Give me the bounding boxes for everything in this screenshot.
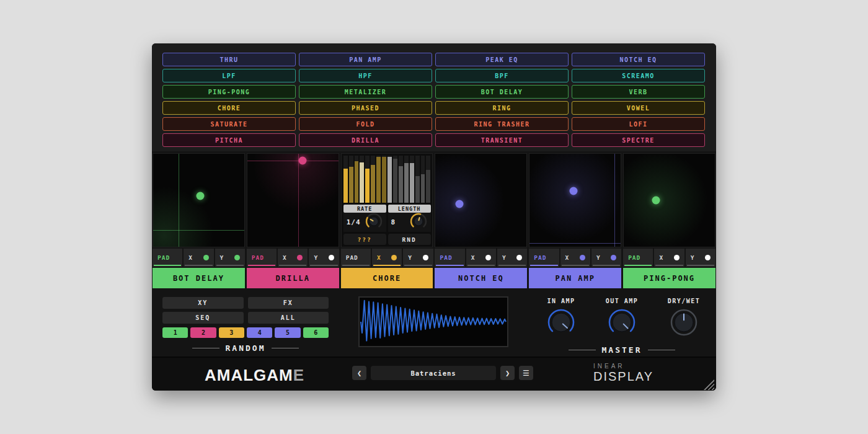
xy-dot[interactable] bbox=[455, 200, 463, 208]
rnd-button[interactable]: RND bbox=[388, 234, 431, 245]
random-xy-button[interactable]: XY bbox=[162, 297, 244, 309]
step-bar[interactable] bbox=[349, 167, 353, 203]
step-bar[interactable] bbox=[355, 161, 359, 203]
random-slot-1-button[interactable]: 1 bbox=[162, 327, 188, 338]
y-tab[interactable]: Y bbox=[215, 249, 245, 267]
pad-tab[interactable]: PAD bbox=[153, 249, 182, 267]
pad-effect-name[interactable]: BOT DELAY bbox=[153, 268, 245, 288]
xy-dot[interactable] bbox=[569, 187, 577, 195]
resize-grip[interactable] bbox=[704, 379, 714, 390]
random-slot-4-button[interactable]: 4 bbox=[247, 327, 272, 338]
pad-effect-name[interactable]: PING-PONG bbox=[623, 268, 715, 288]
step-track[interactable] bbox=[365, 156, 370, 203]
effect-button[interactable]: RING bbox=[435, 101, 569, 115]
effect-button[interactable]: SATURATE bbox=[162, 117, 296, 131]
pad-effect-name[interactable]: CHORE bbox=[341, 268, 433, 288]
x-tab[interactable]: X bbox=[372, 249, 402, 267]
step-track[interactable] bbox=[404, 156, 409, 203]
random-slot-3-button[interactable]: 3 bbox=[219, 327, 244, 338]
random-slot-2-button[interactable]: 2 bbox=[190, 327, 216, 338]
step-bar[interactable] bbox=[376, 157, 381, 203]
pad-effect-name[interactable]: PAN AMP bbox=[529, 268, 621, 288]
y-tab[interactable]: Y bbox=[497, 249, 527, 267]
effect-button[interactable]: SCREAMO bbox=[572, 69, 705, 82]
step-sequencer[interactable]: RATE1/4LENGTH8???RND bbox=[341, 153, 433, 247]
random-seq-button[interactable]: SEQ bbox=[162, 312, 244, 324]
effect-button[interactable]: FOLD bbox=[299, 117, 432, 131]
effect-button[interactable]: BOT DELAY bbox=[435, 85, 569, 99]
length-knob[interactable] bbox=[409, 212, 428, 233]
step-track[interactable] bbox=[388, 156, 392, 203]
xy-pad[interactable] bbox=[153, 153, 245, 247]
step-track[interactable] bbox=[349, 156, 353, 203]
effect-button[interactable]: CHORE bbox=[162, 101, 296, 115]
x-tab[interactable]: X bbox=[560, 249, 590, 267]
step-track[interactable] bbox=[376, 156, 381, 203]
effect-button[interactable]: NOTCH EQ bbox=[572, 53, 705, 66]
step-track[interactable] bbox=[410, 156, 414, 203]
pad-tab[interactable]: PAD bbox=[247, 249, 277, 267]
step-bar[interactable] bbox=[404, 163, 409, 203]
step-bar[interactable] bbox=[382, 157, 386, 203]
y-tab[interactable]: Y bbox=[686, 249, 715, 267]
effect-button[interactable]: TRANSIENT bbox=[435, 133, 569, 147]
step-track[interactable] bbox=[421, 156, 425, 203]
in-amp-knob[interactable] bbox=[547, 327, 575, 339]
next-preset-button[interactable]: ❯ bbox=[500, 366, 515, 380]
effect-button[interactable]: VOWEL bbox=[572, 101, 705, 115]
preset-name-field[interactable]: Batraciens bbox=[371, 366, 496, 380]
random-fx-button[interactable]: FX bbox=[248, 297, 329, 309]
rate-knob[interactable] bbox=[365, 212, 383, 233]
effect-button[interactable]: PING-PONG bbox=[162, 85, 296, 99]
pad-tab[interactable]: PAD bbox=[623, 249, 653, 267]
y-tab[interactable]: Y bbox=[309, 249, 339, 267]
effect-button[interactable]: DRILLA bbox=[299, 133, 432, 147]
step-bar[interactable] bbox=[399, 166, 403, 203]
effect-button[interactable]: THRU bbox=[162, 53, 296, 66]
effect-button[interactable]: PHASED bbox=[299, 101, 432, 115]
step-bar[interactable] bbox=[421, 174, 425, 203]
effect-button[interactable]: VERB bbox=[572, 85, 705, 99]
step-bar[interactable] bbox=[388, 157, 392, 203]
x-tab[interactable]: X bbox=[466, 249, 496, 267]
step-track[interactable] bbox=[355, 156, 359, 203]
pad-effect-name[interactable]: NOTCH EQ bbox=[435, 268, 527, 288]
step-track[interactable] bbox=[415, 156, 420, 203]
step-track[interactable] bbox=[371, 156, 375, 203]
y-tab[interactable]: Y bbox=[403, 249, 433, 267]
xy-dot[interactable] bbox=[652, 197, 660, 205]
random-slot-6-button[interactable]: 6 bbox=[303, 327, 329, 338]
step-track[interactable] bbox=[393, 156, 397, 203]
effect-button[interactable]: RING TRASHER bbox=[435, 117, 569, 131]
x-tab[interactable]: X bbox=[654, 249, 684, 267]
effect-button[interactable]: METALIZER bbox=[299, 85, 432, 99]
effect-button[interactable]: BPF bbox=[435, 69, 569, 82]
random-slot-5-button[interactable]: 5 bbox=[275, 327, 300, 338]
effect-button[interactable]: SPECTRE bbox=[572, 133, 705, 147]
effect-button[interactable]: PITCHA bbox=[162, 133, 296, 147]
y-tab[interactable]: Y bbox=[591, 249, 621, 267]
step-bar[interactable] bbox=[371, 165, 375, 203]
x-tab[interactable]: X bbox=[184, 249, 213, 267]
step-bar[interactable] bbox=[393, 159, 397, 203]
effect-button[interactable]: LPF bbox=[162, 69, 296, 82]
preset-menu-button[interactable]: ☰ bbox=[519, 366, 533, 380]
step-bar[interactable] bbox=[410, 163, 414, 203]
step-track[interactable] bbox=[382, 156, 386, 203]
prev-preset-button[interactable]: ❮ bbox=[352, 366, 366, 380]
pad-tab[interactable]: PAD bbox=[529, 249, 559, 267]
step-track[interactable] bbox=[426, 156, 430, 203]
xy-pad[interactable] bbox=[623, 153, 715, 247]
xy-pad[interactable] bbox=[435, 153, 527, 247]
pad-effect-name[interactable]: DRILLA bbox=[247, 268, 339, 288]
effect-button[interactable]: PEAK EQ bbox=[435, 53, 569, 66]
pad-tab[interactable]: PAD bbox=[341, 249, 371, 267]
step-bar[interactable] bbox=[365, 169, 370, 203]
step-track[interactable] bbox=[343, 156, 348, 203]
step-track[interactable] bbox=[399, 156, 403, 203]
xy-pad[interactable] bbox=[247, 153, 339, 247]
step-bar[interactable] bbox=[415, 176, 420, 203]
xy-dot[interactable] bbox=[299, 156, 307, 164]
x-tab[interactable]: X bbox=[278, 249, 308, 267]
dry-wet-knob[interactable] bbox=[670, 327, 698, 339]
